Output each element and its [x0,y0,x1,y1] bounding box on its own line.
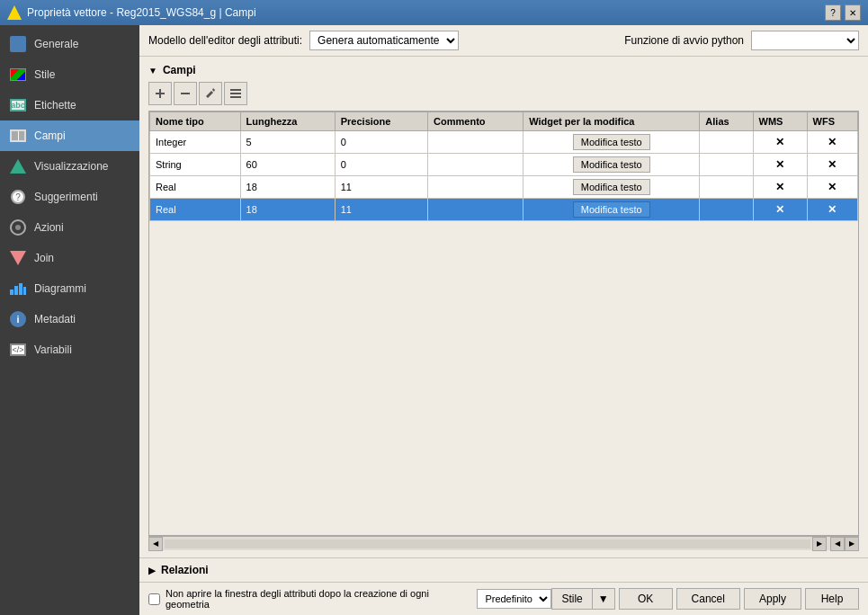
cell-wms[interactable]: ✕ [753,176,807,199]
cell-wfs[interactable]: ✕ [807,176,857,199]
campi-icon [9,127,27,145]
cell-wms[interactable]: ✕ [753,199,807,221]
sidebar-label-azioni: Azioni [34,221,64,234]
sidebar-label-suggerimenti: Suggerimenti [34,191,98,203]
wfs-x-mark: ✕ [828,203,837,216]
cancel-button[interactable]: Cancel [676,588,740,610]
cell-commento [428,131,523,154]
help-btn[interactable]: ? [825,4,841,21]
relations-header[interactable]: ▶ Relazioni [148,564,859,576]
cell-widget[interactable]: Modifica testo [523,131,700,154]
window-title: Proprietà vettore - Reg2015_WGS84_g | Ca… [27,6,256,19]
hscroll-right-btn[interactable]: ▶ [812,537,827,551]
cell-alias [700,154,753,176]
svg-rect-7 [230,89,241,91]
cell-commento [428,154,523,176]
sidebar-item-diagrammi[interactable]: Diagrammi [0,273,139,304]
svg-rect-1 [14,286,18,295]
wms-x-mark: ✕ [775,158,784,171]
sidebar-item-visualizzazione[interactable]: Visualizzazione [0,151,139,182]
sidebar-item-generale[interactable]: Generale [0,29,139,59]
metadati-icon: i [9,310,27,328]
variabili-icon: </> [9,341,27,359]
sidebar-item-variabili[interactable]: </> Variabili [0,334,139,365]
sidebar-item-metadati[interactable]: i Metadati [0,304,139,334]
visualizzazione-icon [9,157,27,175]
cell-widget[interactable]: Modifica testo [523,199,700,221]
hscroll-track[interactable] [165,539,810,548]
modify-text-button[interactable]: Modifica testo [573,201,650,218]
cell-precisione: 0 [335,131,427,154]
stile-split-button[interactable]: Stile ▼ [551,588,614,610]
table-row[interactable]: Real1811Modifica testo✕✕ [150,176,858,199]
function-select[interactable] [751,31,859,50]
svg-rect-6 [181,93,190,94]
modify-text-button[interactable]: Modifica testo [573,179,650,195]
etichette-icon: abc [9,96,27,114]
wfs-x-mark: ✕ [828,136,837,148]
cell-alias [700,199,753,221]
apply-button[interactable]: Apply [744,588,801,610]
cell-nome-tipo: Real [150,199,241,221]
svg-rect-2 [19,283,22,295]
table-row[interactable]: String600Modifica testo✕✕ [150,154,858,176]
col-wms: WMS [753,112,807,131]
modify-text-button[interactable]: Modifica testo [573,134,650,150]
cell-wms[interactable]: ✕ [753,154,807,176]
hscroll-left-btn[interactable]: ◀ [148,537,163,551]
cell-wfs[interactable]: ✕ [807,131,857,154]
sidebar-item-suggerimenti[interactable]: ? Suggerimenti [0,182,139,212]
table-row[interactable]: Integer50Modifica testo✕✕ [150,131,858,154]
relations-section: ▶ Relazioni [139,557,868,582]
table-row[interactable]: Real1811Modifica testo✕✕ [150,199,858,221]
hscroll-area[interactable]: ◀ ▶ ◀ ▶ [148,536,859,550]
sidebar-item-campi[interactable]: Campi [0,120,139,151]
add-field-button[interactable] [148,82,172,105]
fields-table-container[interactable]: Nome tipo Lunghezza Precisione Commento … [148,111,859,536]
svg-rect-8 [230,93,241,94]
no-attributes-label: Non aprire la finestra degli attributi d… [166,588,471,610]
stile-btn-arrow[interactable]: ▼ [593,589,614,609]
no-attributes-checkbox[interactable] [148,593,160,605]
cell-lunghezza: 5 [240,131,335,154]
wms-x-mark: ✕ [775,181,784,193]
col-wfs: WFS [807,112,857,131]
cell-commento [428,199,523,221]
svg-rect-0 [10,290,13,295]
generale-icon [9,35,27,53]
relations-title: Relazioni [161,564,209,576]
hscroll-btn-prev[interactable]: ◀ [830,537,845,551]
cell-wfs[interactable]: ✕ [807,199,857,221]
cell-wms[interactable]: ✕ [753,131,807,154]
remove-field-button[interactable] [174,82,197,105]
predefined-select[interactable]: Predefinito [477,589,551,609]
wfs-x-mark: ✕ [828,181,837,193]
fields-section: ▼ Campi [139,57,868,557]
sidebar-label-campi: Campi [34,129,66,142]
edit-field-button[interactable] [199,82,222,105]
table-view-button[interactable] [224,82,247,105]
sidebar-label-stile: Stile [34,68,55,81]
sidebar-item-etichette[interactable]: abc Etichette [0,90,139,120]
fields-section-header[interactable]: ▼ Campi [148,64,859,76]
svg-rect-9 [230,96,241,98]
svg-rect-5 [159,89,161,98]
cell-nome-tipo: String [150,154,241,176]
wms-x-mark: ✕ [775,203,784,216]
help-button[interactable]: Help [805,588,859,610]
model-label: Modello dell'editor degli attributi: [148,34,302,47]
cell-widget[interactable]: Modifica testo [523,154,700,176]
sidebar-item-stile[interactable]: Stile [0,59,139,90]
cell-alias [700,176,753,199]
sidebar-item-azioni[interactable]: Azioni [0,212,139,243]
ok-button[interactable]: OK [619,588,673,610]
collapse-icon: ▼ [148,66,157,76]
cell-widget[interactable]: Modifica testo [523,176,700,199]
model-select[interactable]: Genera automaticamente [309,31,459,50]
hscroll-btn-next[interactable]: ▶ [845,537,859,551]
sidebar-item-join[interactable]: Join [0,243,139,273]
modify-text-button[interactable]: Modifica testo [573,156,650,173]
fields-toolbar [148,82,859,105]
close-btn[interactable]: ✕ [845,4,861,21]
cell-wfs[interactable]: ✕ [807,154,857,176]
